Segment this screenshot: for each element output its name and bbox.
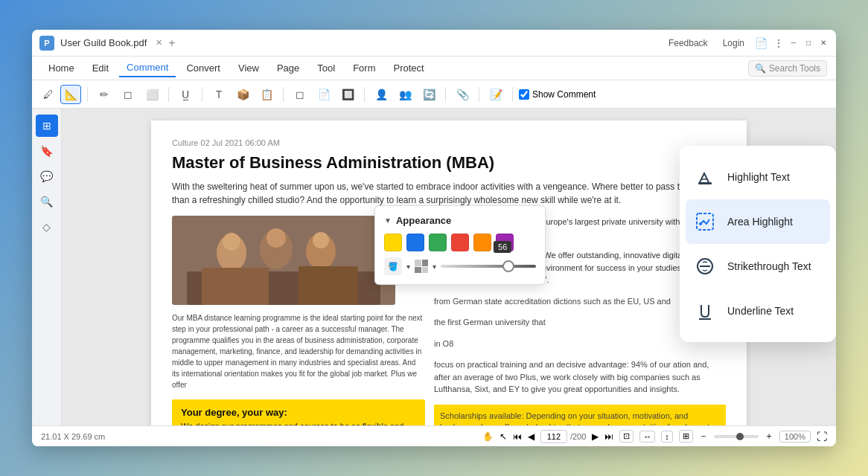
menu-form[interactable]: Form <box>345 60 383 77</box>
pencil-btn[interactable]: ✏ <box>94 85 115 104</box>
svg-rect-9 <box>299 266 358 305</box>
signature-group-btn[interactable]: 👥 <box>395 85 415 104</box>
shape-btn[interactable]: ⬜ <box>141 85 162 104</box>
sidebar-panels-btn[interactable]: ⊞ <box>36 115 58 137</box>
grid-icon[interactable] <box>415 260 428 273</box>
hand-tool-btn[interactable]: ✋ <box>482 431 494 442</box>
doc-footer-text: Our MBA distance learning programme is t… <box>172 312 425 390</box>
last-page-btn[interactable]: ⏭ <box>604 431 613 442</box>
new-tab-button[interactable]: + <box>168 36 175 50</box>
opacity-slider[interactable]: 56 <box>441 257 536 275</box>
fit-page-btn[interactable]: ⊡ <box>619 430 634 443</box>
menu-comment[interactable]: Comment <box>119 59 176 77</box>
menu-view[interactable]: View <box>231 60 267 77</box>
separator-6 <box>445 87 446 102</box>
sidebar-layers-btn[interactable]: ◇ <box>36 216 58 238</box>
menu-tool[interactable]: Tool <box>310 60 342 77</box>
expand-icon[interactable]: ▾ <box>433 263 436 271</box>
stamp-btn[interactable]: 📋 <box>256 85 277 104</box>
doc-title: Master of Business Administration (MBA) <box>172 153 726 173</box>
slider-track <box>441 265 536 268</box>
close-tab-button[interactable]: ✕ <box>156 38 162 48</box>
app-window: P User Guild Book.pdf ✕ + Feedback Login… <box>32 30 836 446</box>
prev-page-btn[interactable]: ◀ <box>528 431 534 442</box>
svg-rect-10 <box>698 182 712 184</box>
select-tool-btn[interactable]: ↖ <box>500 431 507 442</box>
multi-page-btn[interactable]: ⊞ <box>679 430 693 443</box>
separator-4 <box>283 87 284 102</box>
color-blue[interactable] <box>406 234 424 251</box>
appearance-header: ▼ Appearance <box>384 215 536 226</box>
yellow-box-title: Your degree, your way: <box>181 407 416 418</box>
fit-height-btn[interactable]: ↕ <box>661 431 673 443</box>
sidebar-bookmark-btn[interactable]: 🔖 <box>36 140 58 162</box>
slider-thumb[interactable] <box>502 260 514 272</box>
more-options-icon[interactable]: ⋮ <box>773 37 784 49</box>
collapse-icon[interactable]: ▼ <box>384 216 392 225</box>
feedback-button[interactable]: Feedback <box>664 36 712 50</box>
show-comment-label: Show Comment <box>532 89 596 100</box>
search-icon: 🔍 <box>755 63 766 74</box>
menu-edit[interactable]: Edit <box>85 60 116 77</box>
show-comment-toggle[interactable]: Show Comment <box>519 89 596 100</box>
zoom-thumb <box>736 433 744 440</box>
page-total: /200 <box>570 432 586 441</box>
signature-btn[interactable]: 👤 <box>371 85 392 104</box>
opacity-expand-icon[interactable]: ▾ <box>406 263 410 271</box>
eraser-btn[interactable]: ◻ <box>118 85 138 104</box>
show-comment-checkbox[interactable] <box>519 89 529 100</box>
window-controls: ─ □ ✕ <box>788 38 829 48</box>
separator-2 <box>168 87 169 102</box>
next-page-btn[interactable]: ▶ <box>592 431 599 442</box>
highlight-text-item[interactable]: Highlight Text <box>680 155 836 199</box>
strikethrough-item[interactable]: Strikethrough Text <box>680 244 836 289</box>
attach-btn[interactable]: 📄 <box>313 85 334 104</box>
svg-rect-8 <box>202 268 269 305</box>
color-green[interactable] <box>429 234 447 251</box>
menu-home[interactable]: Home <box>41 60 82 77</box>
underline-item[interactable]: Underline Text <box>680 289 836 333</box>
text-btn[interactable]: T <box>208 85 229 104</box>
pdf-icon: 📄 <box>755 37 768 49</box>
maximize-button[interactable]: □ <box>803 38 814 48</box>
attachment-btn[interactable]: 📎 <box>452 85 473 104</box>
shape-rect-btn[interactable]: ◻ <box>290 85 310 104</box>
zoom-out-btn[interactable]: － <box>699 430 708 443</box>
area-highlight-btn[interactable]: 📐 <box>60 85 81 104</box>
svg-point-6 <box>313 232 329 248</box>
login-button[interactable]: Login <box>718 36 749 50</box>
zoom-level[interactable]: 100% <box>779 431 811 443</box>
dimensions-label: 21.01 X 29.69 cm <box>41 432 105 441</box>
sidebar-search-btn[interactable]: 🔍 <box>36 190 58 213</box>
highlight-tool-btn[interactable]: 🖊 <box>38 85 59 104</box>
menu-page[interactable]: Page <box>269 60 307 77</box>
toolbar: 🖊 📐 ✏ ◻ ⬜ U̲ T 📦 📋 ◻ 📄 🔲 👤 👥 🔄 📎 📝 Show … <box>32 80 836 109</box>
yellow-box: Your degree, your way: We design our pro… <box>172 399 425 425</box>
note-btn[interactable]: 📝 <box>485 85 506 104</box>
menu-convert[interactable]: Convert <box>179 60 228 77</box>
underline-btn[interactable]: U̲ <box>175 85 196 104</box>
first-page-btn[interactable]: ⏮ <box>513 431 522 442</box>
yellow-box-body: We design our programmes and courses to … <box>181 421 416 425</box>
color-yellow[interactable] <box>384 234 402 251</box>
line-btn[interactable]: 🔲 <box>337 85 358 104</box>
strikethrough-label: Strikethrough Text <box>727 260 811 272</box>
color-orange[interactable] <box>473 234 491 251</box>
close-window-button[interactable]: ✕ <box>818 38 829 48</box>
rotate-btn[interactable]: 🔄 <box>418 85 439 104</box>
callout-btn[interactable]: 📦 <box>232 85 253 104</box>
color-red[interactable] <box>451 234 469 251</box>
menu-protect[interactable]: Protect <box>386 60 432 77</box>
doc-date: Culture 02 Jul 2021 06:00 AM <box>172 138 726 147</box>
zoom-in-btn[interactable]: ＋ <box>765 430 773 443</box>
svg-point-2 <box>223 233 240 251</box>
area-highlight-item[interactable]: Area Highlight <box>686 199 830 244</box>
people-image <box>172 216 395 305</box>
search-tools-input[interactable]: 🔍 Search Tools <box>748 60 827 77</box>
fullscreen-btn[interactable]: ⛶ <box>817 431 827 443</box>
page-number-input[interactable] <box>540 430 567 443</box>
fit-width-btn[interactable]: ↔ <box>639 431 655 443</box>
minimize-button[interactable]: ─ <box>788 38 799 48</box>
zoom-slider[interactable] <box>714 435 759 438</box>
sidebar-comment-btn[interactable]: 💬 <box>36 165 58 187</box>
